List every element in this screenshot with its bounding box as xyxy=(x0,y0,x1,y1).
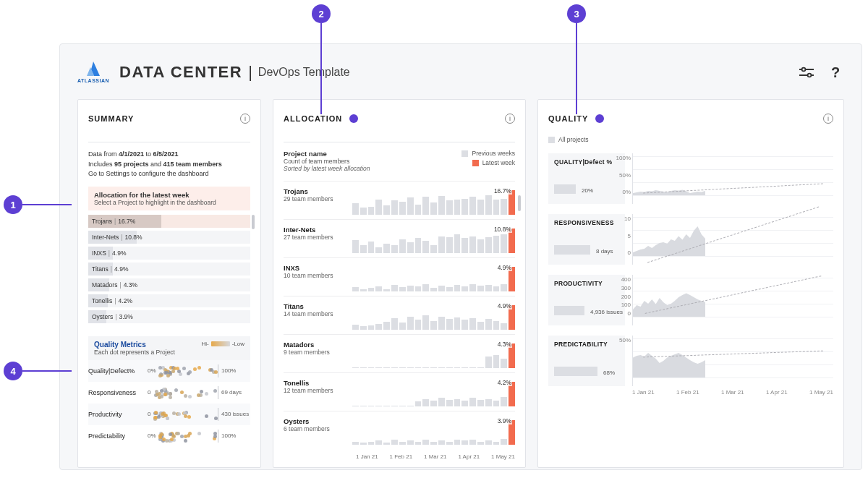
allocation-bar xyxy=(391,285,398,291)
summary-project-row[interactable]: Tonellis|4.2% xyxy=(88,294,250,307)
summary-project-row[interactable]: Titans|4.9% xyxy=(88,263,250,276)
alloc-highlight-sub: Select a Project to highlight in the das… xyxy=(94,199,244,206)
allocation-bar xyxy=(430,245,437,253)
allocation-subheader: Project name Count of team members Sorte… xyxy=(284,150,515,172)
qm-subtitle: Each dot represents a Project xyxy=(94,349,244,356)
allocation-bar xyxy=(430,288,437,291)
allocation-bar xyxy=(501,199,507,215)
allocation-project-row[interactable]: Trojans29 team members16.7% xyxy=(284,181,515,219)
qm-dot xyxy=(161,412,164,416)
allocation-col-sub: Count of team members xyxy=(284,158,461,165)
qm-dot-strip xyxy=(158,428,218,444)
quality-card-bar xyxy=(554,245,590,255)
quality-summary-card[interactable]: PRODUCTIVITY4,936 issues xyxy=(548,275,625,325)
help-button[interactable]: ? xyxy=(827,64,844,81)
question-icon: ? xyxy=(830,64,841,80)
allocation-bar xyxy=(415,367,422,368)
settings-button[interactable] xyxy=(798,64,815,81)
quality-title: QUALITY xyxy=(548,114,588,123)
allocation-project-row[interactable]: Inter-Nets27 team members10.8% xyxy=(284,219,515,257)
annotation-badge-1: 1 xyxy=(4,195,22,214)
qm-dot xyxy=(184,439,187,443)
allocation-x-axis: 1 Jan 211 Feb 211 Mar 211 Apr 211 May 21 xyxy=(284,449,515,460)
allocation-info-icon[interactable]: i xyxy=(505,114,515,124)
allocation-bar xyxy=(469,440,476,445)
allocation-bar xyxy=(469,197,476,215)
allocation-latest-pct: 4.2% xyxy=(497,379,512,386)
scrollbar-thumb[interactable] xyxy=(252,215,255,229)
allocation-sort-note: Sorted by latest week allocation xyxy=(284,165,461,172)
allocation-bar xyxy=(415,320,422,330)
allocation-bar xyxy=(477,200,484,215)
quality-summary-card[interactable]: PREDICTABILITY68% xyxy=(548,336,625,386)
summary-project-row[interactable]: Trojans|16.7% xyxy=(88,215,250,228)
allocation-bar xyxy=(407,406,414,406)
allocation-axis-tick: 1 Feb 21 xyxy=(390,453,413,460)
qm-row-label: Quality|Defect% xyxy=(88,367,148,375)
qm-dot xyxy=(174,388,178,392)
allocation-latest-pct: 3.9% xyxy=(497,417,512,424)
qm-dot xyxy=(180,390,184,394)
allocation-bar xyxy=(454,234,461,253)
allocation-bar xyxy=(391,318,398,330)
summary-info-icon[interactable]: i xyxy=(240,114,250,124)
allocation-project-row[interactable]: Titans14 team members4.9% xyxy=(284,296,515,334)
quality-info-icon[interactable]: i xyxy=(823,114,833,124)
app-subtitle: DevOps Template xyxy=(258,66,350,79)
summary-project-row[interactable]: Oysters|3.9% xyxy=(88,310,250,323)
allocation-bar xyxy=(422,315,429,330)
qm-scale-end: 69 days xyxy=(221,389,250,396)
quality-area-svg xyxy=(633,220,705,256)
qm-row: Quality|Defect%0%100% xyxy=(88,360,250,382)
allocation-bar xyxy=(399,442,406,445)
allocation-bar-chart: 4.9% xyxy=(352,302,515,330)
allocation-project-row[interactable]: Tonellis12 team members4.2% xyxy=(284,372,515,411)
allocation-bar xyxy=(477,322,484,330)
qm-dot xyxy=(205,392,208,396)
allocation-bar xyxy=(368,242,375,253)
quality-area-svg xyxy=(633,341,705,377)
qm-dot xyxy=(188,395,192,398)
allocation-bar xyxy=(352,240,359,253)
allocation-bar xyxy=(352,367,359,368)
qm-dot xyxy=(214,370,218,374)
allocation-bar xyxy=(422,241,429,253)
qm-scale-end: 100% xyxy=(221,432,250,439)
qm-dot xyxy=(177,412,181,416)
summary-project-row[interactable]: Matadors|4.3% xyxy=(88,278,250,291)
allocation-bar xyxy=(438,440,445,445)
summary-project-row[interactable]: INXS|4.9% xyxy=(88,247,250,260)
summary-project-row[interactable]: Inter-Nets|10.8% xyxy=(88,231,250,244)
allocation-bar xyxy=(446,442,453,445)
scrollbar-thumb[interactable] xyxy=(518,195,521,211)
allocation-bar xyxy=(461,199,468,215)
allocation-project-row[interactable]: INXS10 team members4.9% xyxy=(284,257,515,296)
allocation-project-members: 27 team members xyxy=(284,234,352,241)
qm-scale-end: 100% xyxy=(221,367,250,374)
allocation-bar xyxy=(375,247,382,253)
quality-anchor-dot xyxy=(595,114,604,123)
quality-summary-card[interactable]: QUALITY|Defect %20% xyxy=(548,153,625,204)
quality-card-title: PREDICTABILITY xyxy=(554,341,619,348)
qm-dot-strip xyxy=(152,406,218,422)
allocation-bar xyxy=(477,400,484,406)
qm-dot xyxy=(166,417,169,420)
allocation-project-row[interactable]: Oysters6 team members3.9% xyxy=(284,411,515,449)
allocation-latest-pct: 16.7% xyxy=(493,187,512,195)
allocation-bar xyxy=(430,442,437,445)
allocation-bar xyxy=(360,289,367,291)
qm-dot xyxy=(166,374,170,377)
config-hint: Go to Settings to configure the dashboar… xyxy=(88,169,250,179)
allocation-bar xyxy=(375,200,382,215)
quality-summary-card[interactable]: RESPONSIVENESS8 days xyxy=(548,214,625,265)
qm-dot xyxy=(170,438,174,441)
allocation-axis-tick: 1 Apr 21 xyxy=(458,453,480,460)
allocation-project-row[interactable]: Matadors9 team members4.3% xyxy=(284,334,515,372)
qm-dot xyxy=(184,414,187,418)
allocation-bar xyxy=(399,406,406,406)
allocation-bar-chart: 4.9% xyxy=(352,264,515,291)
allocation-project-members: 14 team members xyxy=(284,310,352,317)
qm-scale-start: 0% xyxy=(148,432,156,439)
allocation-bar xyxy=(446,367,453,368)
allocation-bar xyxy=(407,197,414,215)
